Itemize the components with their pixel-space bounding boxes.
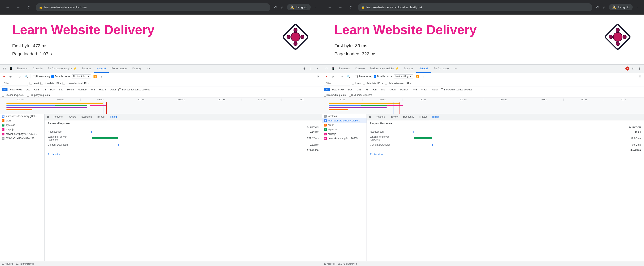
right-timing-tab-response[interactable]: Response — [401, 114, 416, 120]
right-timing-tab-preview[interactable]: Preview — [387, 114, 401, 120]
right-file-4[interactable]: ⬡ script.js — [322, 132, 366, 136]
right-inspector-icon[interactable]: ⬚ — [324, 66, 330, 71]
left-file-1[interactable]: ▣ learn-website-delivery.glitch... — [0, 114, 44, 118]
left-invert-label[interactable]: Invert — [30, 82, 39, 85]
left-filter-icon[interactable]: ▽ — [17, 74, 22, 79]
left-wifi-icon[interactable]: 📶 — [92, 74, 97, 79]
right-type-ws[interactable]: WS — [412, 88, 419, 91]
back-button[interactable]: ← — [4, 4, 11, 11]
right-preserve-log-label[interactable]: Preserve log — [355, 75, 372, 78]
left-type-js[interactable]: JS — [42, 88, 48, 91]
right-hide-data-urls-checkbox[interactable] — [363, 82, 365, 85]
left-menu-button[interactable]: ⋮ — [314, 5, 318, 10]
left-type-css[interactable]: CSS — [32, 88, 41, 91]
left-explanation-link[interactable]: Explanation — [44, 152, 322, 158]
right-tab-performance[interactable]: Performance — [431, 64, 451, 73]
left-record-button[interactable]: ● — [2, 74, 6, 79]
left-type-fetchxhr[interactable]: Fetch/XHR — [8, 88, 24, 91]
left-type-manifest[interactable]: Manifest — [76, 88, 89, 91]
right-timing-tab-timing[interactable]: Timing — [429, 114, 442, 120]
right-timing-tab-initiator[interactable]: Initiator — [416, 114, 429, 120]
right-address-bar[interactable]: 🔒 learn-website-delivery.global.ssl.fast… — [358, 3, 592, 11]
right-type-js[interactable]: JS — [364, 88, 370, 91]
right-wifi-icon[interactable]: 📶 — [415, 74, 420, 79]
left-file-2[interactable]: ⬡ client — [0, 118, 44, 123]
left-timing-close[interactable]: ✕ — [44, 114, 51, 120]
right-tab-more[interactable]: >> — [452, 64, 460, 73]
right-type-manifest[interactable]: Manifest — [398, 88, 411, 91]
right-network-settings-icon[interactable]: ⚙ — [638, 74, 642, 79]
right-device-icon[interactable]: 📱 — [330, 66, 336, 71]
right-file-3[interactable]: # style.css — [322, 127, 366, 132]
left-type-ws[interactable]: WS — [90, 88, 96, 91]
right-preserve-log-checkbox[interactable] — [355, 75, 358, 78]
left-3rd-party-checkbox[interactable] — [27, 94, 29, 96]
left-file-6[interactable]: ◈ 605e2a51-d45f-4d87-a285... — [0, 136, 44, 141]
left-disable-cache-checkbox[interactable] — [52, 75, 54, 78]
left-blocked-cookies-label[interactable]: Blocked response cookies — [118, 88, 150, 91]
left-close-icon[interactable]: ✕ — [314, 66, 320, 71]
right-hide-data-urls-label[interactable]: Hide data URLs — [363, 82, 383, 85]
left-file-4[interactable]: ⬡ script.js — [0, 127, 44, 132]
right-timing-close[interactable]: ✕ — [367, 114, 373, 120]
left-download-icon[interactable]: ↓ — [106, 74, 110, 79]
left-inspector-icon[interactable]: ⬚ — [2, 66, 7, 71]
left-invert-checkbox[interactable] — [30, 82, 32, 85]
right-type-doc[interactable]: Doc — [346, 88, 354, 91]
right-reload-button[interactable]: ↻ — [347, 4, 354, 11]
right-filter-icon[interactable]: ▽ — [340, 74, 344, 79]
left-tab-more[interactable]: >> — [144, 64, 152, 73]
right-tab-network[interactable]: Network — [416, 64, 431, 73]
left-hide-extension-urls-label[interactable]: Hide extension URLs — [62, 82, 89, 85]
star-icon[interactable]: ☆ — [280, 5, 284, 10]
right-blocked-cookies-label[interactable]: Blocked response cookies — [440, 88, 472, 91]
left-type-media[interactable]: Media — [66, 88, 76, 91]
right-3rd-party-checkbox[interactable] — [349, 94, 352, 96]
left-type-font[interactable]: Font — [48, 88, 57, 91]
right-type-other[interactable]: Other — [430, 88, 440, 91]
right-settings-icon[interactable]: ⚙ — [630, 66, 636, 71]
right-type-wasm[interactable]: Wasm — [420, 88, 430, 91]
right-upload-icon[interactable]: ↑ — [421, 74, 426, 79]
right-type-css[interactable]: CSS — [355, 88, 363, 91]
right-file-5[interactable]: ◈ networkserv.png?v=170565... — [322, 136, 366, 141]
right-star-icon[interactable]: ☆ — [602, 5, 606, 10]
left-upload-icon[interactable]: ↑ — [99, 74, 104, 79]
right-search-icon[interactable]: 🔍 — [346, 74, 351, 79]
left-clear-button[interactable]: ⊘ — [8, 74, 13, 79]
right-explanation-link[interactable]: Explanation — [367, 152, 644, 158]
left-tab-performance-insights[interactable]: Performance insights ⚡ — [45, 64, 79, 73]
left-timing-tab-headers[interactable]: Headers — [51, 114, 65, 120]
left-tab-elements[interactable]: Elements — [14, 64, 30, 73]
right-blocked-requests-checkbox[interactable] — [324, 94, 326, 96]
left-file-5[interactable]: ◈ networkserv.png?v=170565... — [0, 132, 44, 136]
right-disable-cache-checkbox[interactable] — [374, 75, 376, 78]
right-type-font[interactable]: Font — [371, 88, 379, 91]
left-device-icon[interactable]: 📱 — [8, 66, 14, 71]
right-type-img[interactable]: Img — [380, 88, 387, 91]
left-hide-data-urls-checkbox[interactable] — [40, 82, 43, 85]
left-tab-performance[interactable]: Performance — [109, 64, 129, 73]
right-forward-button[interactable]: → — [337, 4, 344, 11]
left-tab-network[interactable]: Network — [94, 64, 109, 73]
forward-button[interactable]: → — [14, 4, 22, 11]
left-filter-input[interactable] — [2, 81, 28, 86]
left-3rd-party-label[interactable]: 3rd-party requests — [27, 94, 50, 96]
left-type-doc[interactable]: Doc — [24, 88, 32, 91]
right-timing-tab-headers[interactable]: Headers — [373, 114, 387, 120]
left-tab-sources[interactable]: Sources — [79, 64, 94, 73]
left-tab-console[interactable]: Console — [30, 64, 45, 73]
right-invert-label[interactable]: Invert — [352, 82, 361, 85]
left-file-3[interactable]: # style.css — [0, 123, 44, 127]
right-download-icon[interactable]: ↓ — [428, 74, 432, 79]
left-type-wasm[interactable]: Wasm — [98, 88, 108, 91]
left-more-icon[interactable]: ⋮ — [308, 66, 314, 71]
reload-button[interactable]: ↻ — [25, 4, 32, 11]
right-incognito-button[interactable]: 🕵 Incognito — [609, 4, 633, 10]
right-menu-button[interactable]: ⋮ — [636, 5, 640, 10]
left-type-img[interactable]: Img — [58, 88, 65, 91]
right-record-button[interactable]: ● — [324, 74, 329, 79]
right-invert-checkbox[interactable] — [352, 82, 354, 85]
right-type-media[interactable]: Media — [388, 88, 398, 91]
left-type-other[interactable]: Other — [108, 88, 118, 91]
